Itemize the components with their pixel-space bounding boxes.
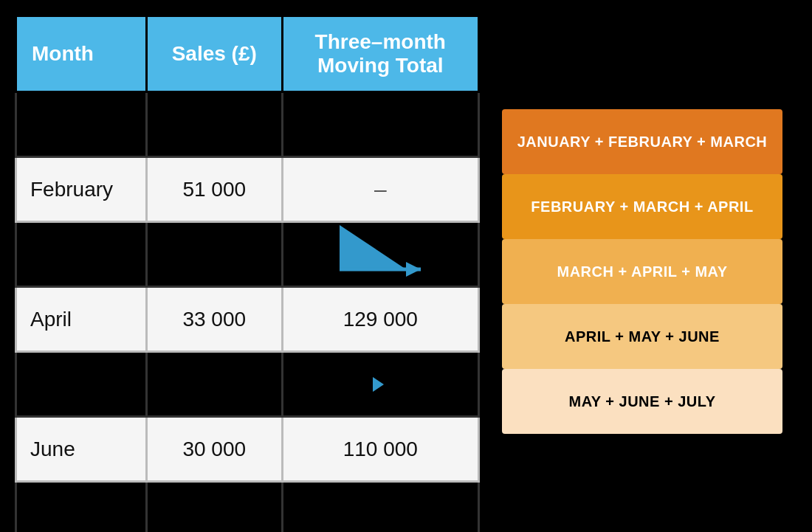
cell-moving — [282, 482, 478, 533]
arrow-icon — [340, 225, 421, 284]
table-row — [16, 222, 479, 287]
cell-moving: 129 000 — [282, 287, 478, 352]
cell-sales — [146, 482, 282, 533]
cell-month: February — [16, 157, 147, 222]
main-container: Month Sales (£) Three–monthMoving Total … — [0, 7, 812, 532]
table-row — [16, 92, 479, 157]
header-month: Month — [16, 16, 147, 92]
label-mar-apr-may: MARCH + APRIL + MAY — [502, 239, 782, 304]
cell-month: June — [16, 417, 147, 482]
cell-month — [16, 222, 147, 287]
table-row: February 51 000 – — [16, 157, 479, 222]
cell-moving — [282, 92, 478, 157]
cell-moving — [282, 352, 478, 417]
cell-sales — [146, 222, 282, 287]
cell-sales: 51 000 — [146, 157, 282, 222]
label-jan-feb-mar: JANUARY + FEBRUARY + MARCH — [502, 109, 782, 174]
svg-marker-3 — [373, 377, 384, 392]
header-moving-total: Three–monthMoving Total — [282, 16, 478, 92]
cell-moving: 110 000 — [282, 417, 478, 482]
cell-month: April — [16, 287, 147, 352]
cell-month — [16, 352, 147, 417]
table-row: April 33 000 129 000 — [16, 287, 479, 352]
small-marker-icon — [373, 377, 388, 392]
sales-table: Month Sales (£) Three–monthMoving Total … — [15, 15, 480, 532]
cell-month — [16, 482, 147, 533]
labels-container: JANUARY + FEBRUARY + MARCH FEBRUARY + MA… — [502, 15, 782, 434]
label-apr-may-jun: APRIL + MAY + JUNE — [502, 304, 782, 369]
svg-marker-2 — [406, 262, 421, 277]
cell-sales: 33 000 — [146, 287, 282, 352]
cell-moving: – — [282, 157, 478, 222]
table-row — [16, 482, 479, 533]
cell-sales: 30 000 — [146, 417, 282, 482]
table-row: June 30 000 110 000 — [16, 417, 479, 482]
label-feb-mar-apr: FEBRUARY + MARCH + APRIL — [502, 174, 782, 239]
cell-sales — [146, 92, 282, 157]
table-row — [16, 352, 479, 417]
svg-marker-0 — [340, 225, 406, 269]
cell-month — [16, 92, 147, 157]
cell-moving — [282, 222, 478, 287]
cell-sales — [146, 352, 282, 417]
label-may-jun-jul: MAY + JUNE + JULY — [502, 369, 782, 434]
table-wrapper: Month Sales (£) Three–monthMoving Total … — [15, 15, 480, 532]
header-sales: Sales (£) — [146, 16, 282, 92]
